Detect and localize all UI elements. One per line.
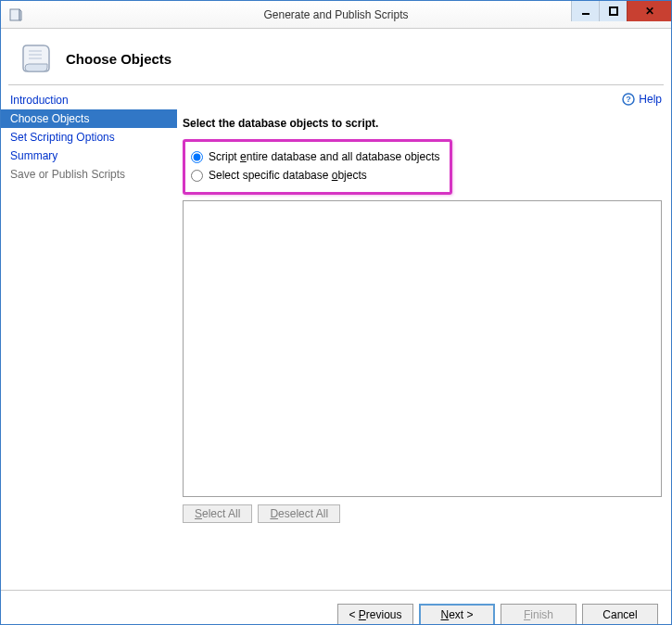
footer: < Previous Next > Finish Cancel bbox=[1, 590, 671, 625]
svg-rect-0 bbox=[10, 9, 19, 20]
titlebar: Generate and Publish Scripts ✕ bbox=[1, 1, 671, 29]
objects-listbox bbox=[183, 200, 662, 497]
minimize-button[interactable] bbox=[571, 1, 599, 21]
header: Choose Objects bbox=[1, 29, 671, 84]
selection-buttons: Select All Deselect All bbox=[183, 504, 662, 523]
body: Introduction Choose Objects Set Scriptin… bbox=[1, 85, 671, 586]
radio-entire-database[interactable]: Script entire database and all database … bbox=[191, 147, 440, 166]
svg-text:?: ? bbox=[627, 95, 632, 104]
radio-specific-input[interactable] bbox=[191, 170, 203, 182]
nav-summary[interactable]: Summary bbox=[1, 147, 177, 165]
nav-choose-objects[interactable]: Choose Objects bbox=[1, 109, 177, 128]
select-all-button: Select All bbox=[183, 504, 252, 523]
page-title: Choose Objects bbox=[66, 51, 171, 67]
close-button[interactable]: ✕ bbox=[627, 1, 671, 21]
app-icon bbox=[8, 7, 23, 22]
sidebar: Introduction Choose Objects Set Scriptin… bbox=[1, 85, 177, 586]
help-link[interactable]: Help bbox=[639, 93, 662, 106]
radio-specific-objects[interactable]: Select specific database objects bbox=[191, 166, 440, 185]
finish-button: Finish bbox=[501, 604, 577, 625]
deselect-all-button: Deselect All bbox=[258, 504, 340, 523]
window-controls: ✕ bbox=[571, 1, 671, 21]
radio-entire-input[interactable] bbox=[191, 151, 203, 163]
next-button[interactable]: Next > bbox=[419, 604, 495, 625]
previous-button[interactable]: < Previous bbox=[337, 604, 413, 625]
maximize-button[interactable] bbox=[599, 1, 627, 21]
instruction-text: Select the database objects to script. bbox=[183, 117, 662, 130]
radio-group-highlight: Script entire database and all database … bbox=[183, 139, 452, 195]
nav-introduction[interactable]: Introduction bbox=[1, 91, 177, 109]
radio-specific-label: Select specific database objects bbox=[209, 169, 367, 182]
nav-save-publish: Save or Publish Scripts bbox=[1, 165, 177, 184]
help-icon: ? bbox=[622, 93, 635, 106]
svg-rect-2 bbox=[610, 7, 617, 15]
nav-scripting-options[interactable]: Set Scripting Options bbox=[1, 128, 177, 147]
content: ? Help Select the database objects to sc… bbox=[177, 85, 671, 586]
scroll-icon bbox=[18, 40, 55, 77]
window-title: Generate and Publish Scripts bbox=[263, 8, 408, 21]
radio-entire-label: Script entire database and all database … bbox=[209, 150, 440, 163]
cancel-button[interactable]: Cancel bbox=[582, 604, 658, 625]
help-row: ? Help bbox=[183, 93, 662, 106]
